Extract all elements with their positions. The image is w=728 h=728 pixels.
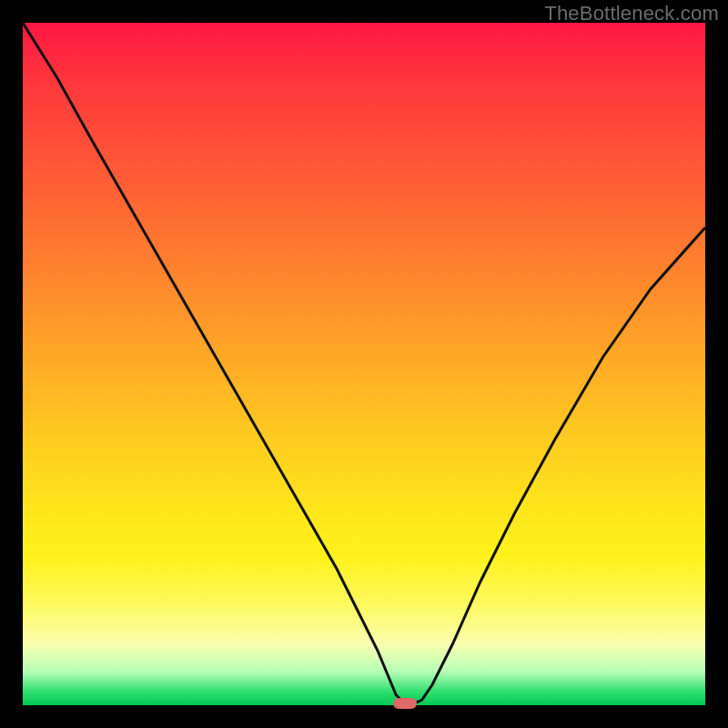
optimum-marker <box>393 698 417 709</box>
curve-layer <box>23 23 705 705</box>
bottleneck-curve <box>23 23 705 704</box>
plot-area <box>23 23 705 705</box>
chart-stage: TheBottleneck.com <box>0 0 728 728</box>
